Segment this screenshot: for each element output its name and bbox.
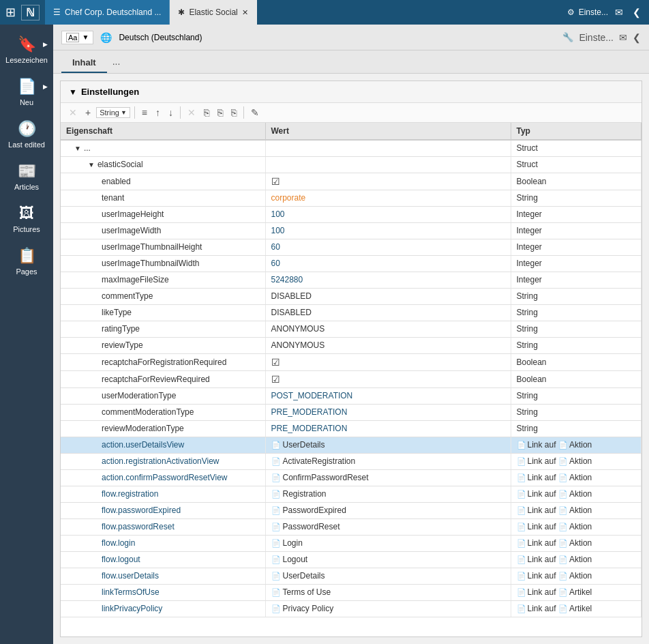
table-row[interactable]: ratingTypeANONYMOUSString [61, 321, 642, 337]
table-row[interactable]: commentTypeDISABLEDString [61, 288, 642, 304]
table-row[interactable]: flow.registration📄Registration📄Link auf … [61, 486, 642, 502]
articles-icon: 📰 [18, 162, 36, 180]
table-row[interactable]: ▼...Struct [61, 140, 642, 156]
grid-icon[interactable]: ⊞ [5, 5, 16, 20]
sidebar-item-lesezeichen[interactable]: 🔖 ▶ Lesezeichen [0, 30, 53, 70]
back-tool-button[interactable]: ❮ [633, 32, 641, 43]
toolbar-delete[interactable]: ✕ [185, 106, 198, 119]
type-suffix-icon: 📄 [558, 588, 568, 596]
type-icon: 📄 [517, 555, 526, 564]
tree-toggle[interactable]: ▼ [88, 161, 95, 169]
type-suffix-label: Aktion [569, 555, 592, 564]
cell-eigenschaft: flow.registration [61, 486, 265, 502]
cell-eigenschaft: flow.userDetails [61, 568, 265, 584]
settings-button[interactable]: Einste... [579, 32, 614, 43]
link-value: Logout [283, 555, 308, 564]
type-icon: 📄 [517, 572, 526, 580]
toolbar-copy3[interactable]: ⎘ [228, 106, 239, 119]
tab-close-icon[interactable]: ✕ [242, 8, 248, 17]
prop-name: linkPrivacyPolicy [102, 604, 162, 613]
table-row[interactable]: flow.passwordReset📄PasswordReset📄Link au… [61, 518, 642, 535]
toolbar-copy1[interactable]: ⎘ [201, 106, 212, 119]
table-row[interactable]: userImageThumbnailWidth60Integer [61, 255, 642, 272]
sidebar-item-pages[interactable]: 📋 Pages [0, 241, 53, 281]
link-value: UserDetails [283, 571, 325, 581]
col-header-eigenschaft: Eigenschaft [61, 123, 265, 140]
toolbar-edit[interactable]: ✎ [248, 106, 262, 119]
cell-typ: 📄Link auf 📄Artikel [511, 584, 642, 600]
cell-typ: String [511, 420, 642, 437]
table-row[interactable]: flow.logout📄Logout📄Link auf 📄Aktion [61, 551, 642, 568]
tab-inhalt[interactable]: Inhalt [61, 53, 107, 73]
more-tab-button[interactable]: ··· [107, 54, 126, 73]
bookmark-icon: 🔖 [18, 35, 36, 53]
wrench-icon: 🔧 [562, 32, 573, 42]
table-row[interactable]: userImageHeight100Integer [61, 206, 642, 222]
toolbar-cut[interactable]: ✕ [66, 106, 80, 119]
toolbar-down[interactable]: ↓ [166, 106, 176, 119]
table-row[interactable]: action.userDetailsView📄UserDetails📄Link … [61, 437, 642, 453]
table-row[interactable]: userImageWidth100Integer [61, 222, 642, 239]
language-selector[interactable]: Aa ▼ [61, 31, 93, 44]
table-row[interactable]: ▼elasticSocialStruct [61, 156, 642, 173]
toolbar-copy2[interactable]: ⎘ [215, 106, 226, 119]
sidebar-item-articles[interactable]: 📰 Articles [0, 157, 53, 196]
table-row[interactable]: tenantcorporateString [61, 190, 642, 206]
cell-eigenschaft: reviewType [61, 337, 265, 353]
prop-name: maxImageFileSize [102, 275, 169, 284]
table-row[interactable]: flow.passwordExpired📄PasswordExpired📄Lin… [61, 502, 642, 518]
value-blue: POST_MODERATION [271, 391, 353, 400]
settings-label[interactable]: Einste... [579, 8, 608, 17]
toolbar-sep-2 [180, 106, 181, 119]
app-grid[interactable]: ⊞ [5, 5, 16, 20]
back-button[interactable]: ❮ [630, 5, 644, 19]
table-row[interactable]: recaptchaForReviewRequired☑Boolean [61, 370, 642, 387]
type-dropdown[interactable]: String ▼ [96, 107, 130, 118]
table-row[interactable]: maxImageFileSize5242880Integer [61, 272, 642, 288]
table-row[interactable]: action.confirmPasswordResetView📄ConfirmP… [61, 469, 642, 486]
toolbar-add[interactable]: + [82, 106, 93, 119]
toolbar-list[interactable]: ≡ [139, 106, 150, 119]
table-row[interactable]: reviewModerationTypePRE_MODERATIONString [61, 420, 642, 437]
link-value: UserDetails [283, 440, 325, 450]
chat-tool-button[interactable]: ✉ [619, 32, 627, 43]
section-toggle[interactable]: ▼ [69, 87, 77, 97]
table-row[interactable]: action.registrationActivationView📄Activa… [61, 453, 642, 469]
value-blue: 5242880 [271, 275, 303, 284]
cell-wert: 📄ActivateRegistration [265, 453, 511, 469]
table-row[interactable]: enabled☑Boolean [61, 173, 642, 190]
table-row[interactable]: recaptchaForRegistrationRequired☑Boolean [61, 353, 642, 370]
table-row[interactable]: reviewTypeANONYMOUSString [61, 337, 642, 353]
cell-typ: Integer [511, 239, 642, 255]
table-row[interactable]: linkPrivacyPolicy📄Privacy Policy📄Link au… [61, 600, 642, 617]
chat-button[interactable]: ✉ [612, 5, 626, 19]
table-row[interactable]: flow.userDetails📄UserDetails📄Link auf 📄A… [61, 568, 642, 584]
sidebar-item-pictures[interactable]: 🖼 Pictures [0, 199, 53, 239]
top-bar: ⊞ ℕ ☰ Chef Corp. Deutschland ... ✱ Elast… [0, 0, 649, 25]
sidebar-item-neu[interactable]: 📄 ▶ Neu [0, 72, 53, 112]
cell-eigenschaft: userImageThumbnailWidth [61, 255, 265, 272]
table-row[interactable]: likeTypeDISABLEDString [61, 304, 642, 321]
table-row[interactable]: linkTermsOfUse📄Terms of Use📄Link auf 📄Ar… [61, 584, 642, 600]
cell-eigenschaft: recaptchaForReviewRequired [61, 370, 265, 387]
type-suffix-label: Aktion [569, 571, 592, 581]
value-blue: 60 [271, 242, 280, 252]
cell-eigenschaft: flow.passwordReset [61, 518, 265, 535]
content-area: Aa ▼ 🌐 Deutsch (Deutschland) 🔧 Einste...… [53, 25, 649, 644]
type-label: Link auf [528, 587, 558, 597]
link-page-icon: 📄 [271, 555, 281, 564]
link-page-icon: 📄 [271, 604, 281, 613]
table-row[interactable]: userImageThumbnailHeight60Integer [61, 239, 642, 255]
table-row[interactable]: userModerationTypePOST_MODERATIONString [61, 387, 642, 404]
cell-eigenschaft: maxImageFileSize [61, 272, 265, 288]
prop-name: enabled [102, 177, 131, 186]
sidebar-item-last-edited[interactable]: 🕐 Last edited [0, 115, 53, 154]
toolbar-up[interactable]: ↑ [153, 106, 163, 119]
table-row[interactable]: commentModerationTypePRE_MODERATIONStrin… [61, 404, 642, 420]
tree-toggle[interactable]: ▼ [74, 145, 81, 152]
tab-elastic[interactable]: ✱ Elastic Social ✕ [170, 0, 256, 25]
prop-name: ... [84, 143, 91, 153]
tab-chef[interactable]: ☰ Chef Corp. Deutschland ... [45, 0, 170, 25]
table-row[interactable]: flow.login📄Login📄Link auf 📄Aktion [61, 535, 642, 551]
prop-name: reviewModerationType [102, 424, 184, 433]
